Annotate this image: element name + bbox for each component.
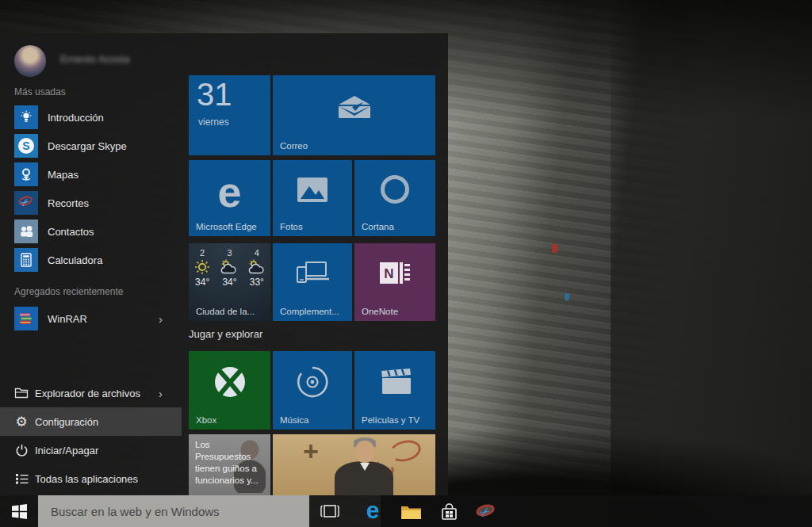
tile-peliculas-tv[interactable]: Películas y TV (354, 351, 435, 430)
tile-noticias-foto[interactable]: + (273, 434, 435, 495)
tile-noticias[interactable]: Los Presupuestos tienen guiños a funcion… (189, 434, 270, 495)
file-explorer-taskbar-button[interactable] (395, 495, 427, 527)
menu-item-label: Mapas (48, 169, 79, 181)
menu-item-descargar-skype[interactable]: S Descargar Skype (0, 132, 181, 160)
person-face (355, 441, 374, 463)
section-recently-added: Agregados recientemente (14, 286, 123, 297)
desktop: Ernesto Acosta Más usadas Introducción (0, 0, 812, 527)
tile-tiempo[interactable]: 2 34° (189, 243, 270, 321)
menu-item-label: WinRAR (48, 313, 87, 325)
section-play-explore: Jugar y explorar (189, 328, 262, 340)
map-cross-mark: + (303, 436, 319, 467)
map-pin-icon (14, 162, 38, 186)
sun-cloud-icon (220, 259, 238, 275)
people-icon (14, 220, 38, 243)
chevron-right-icon[interactable]: › (159, 312, 163, 326)
chevron-right-icon[interactable]: › (159, 387, 163, 400)
devices-icon (273, 243, 352, 304)
start-menu-panel: Ernesto Acosta Más usadas Introducción (0, 33, 448, 495)
tile-calendario[interactable]: 31 viernes (189, 75, 270, 155)
edge-taskbar-button[interactable]: e (357, 495, 389, 527)
cortana-ring-icon (354, 160, 435, 219)
music-disc-icon (273, 351, 352, 412)
search-input[interactable] (38, 495, 309, 527)
taskbar-search[interactable] (38, 495, 309, 527)
sun-icon (194, 259, 210, 275)
store-taskbar-button[interactable] (433, 495, 465, 527)
climber-blue (565, 293, 569, 300)
skype-icon: S (14, 134, 38, 158)
edge-logo-icon: e (189, 160, 270, 219)
tile-complementos[interactable]: Complement... (273, 243, 352, 321)
menu-item-explorador[interactable]: Explorador de archivos › (0, 379, 182, 407)
menu-item-winrar[interactable]: WinRAR › (0, 304, 181, 333)
menu-item-todas-aplicaciones[interactable]: Todas las aplicaciones (0, 464, 182, 493)
tile-xbox[interactable]: Xbox (189, 351, 270, 430)
menu-item-contactos[interactable]: Contactos (0, 217, 181, 246)
task-view-button[interactable] (316, 495, 344, 527)
tile-fotos[interactable]: Fotos (273, 160, 352, 236)
snipping-tool-taskbar-button[interactable]: ✂ (469, 495, 501, 527)
climber-red (552, 244, 557, 253)
photos-icon (273, 160, 352, 219)
svg-text:N: N (384, 266, 393, 281)
start-button[interactable] (0, 495, 38, 527)
tile-correo[interactable]: Correo (273, 75, 435, 155)
menu-item-label: Descargar Skype (48, 140, 127, 152)
tile-musica[interactable]: Música (273, 351, 352, 430)
edge-icon: e (366, 498, 380, 525)
calculator-icon (14, 248, 38, 272)
snipping-tool-icon: ✂ (473, 502, 497, 521)
news-headline: Los Presupuestos tienen guiños a funcion… (195, 439, 266, 487)
tile-onenote[interactable]: N OneNote (354, 243, 435, 321)
task-view-icon (320, 504, 340, 518)
tile-microsoft-edge[interactable]: e Microsoft Edge (189, 160, 270, 236)
onenote-icon: N (354, 243, 435, 304)
all-apps-icon (14, 472, 29, 486)
menu-item-label: Configuración (35, 416, 98, 428)
calendar-day: 31 (197, 77, 232, 113)
store-bag-icon (440, 502, 458, 521)
menu-item-configuracion[interactable]: ⚙ Configuración (0, 407, 182, 436)
xbox-icon (189, 351, 270, 412)
tile-cortana[interactable]: Cortana (354, 160, 435, 236)
windows-logo-icon (12, 504, 27, 519)
menu-item-label: Recortes (48, 197, 89, 209)
menu-item-label: Introducción (48, 112, 104, 124)
menu-item-recortes[interactable]: ✂ Recortes (0, 189, 181, 217)
lightbulb-icon (14, 105, 38, 129)
menu-item-label: Iniciar/Apagar (35, 445, 98, 456)
power-icon (14, 443, 29, 457)
folder-icon (400, 503, 422, 520)
menu-item-label: Todas las aplicaciones (35, 473, 138, 485)
sun-cloud-icon (248, 259, 266, 275)
taskbar: e (0, 495, 812, 527)
winrar-icon (14, 307, 38, 330)
menu-item-label: Contactos (48, 226, 94, 238)
menu-item-calculadora[interactable]: Calculadora (0, 246, 181, 274)
menu-item-introduccion[interactable]: Introducción (0, 103, 181, 132)
menu-item-label: Explorador de archivos (35, 388, 140, 399)
menu-item-iniciar-apagar[interactable]: Iniciar/Apagar (0, 436, 182, 464)
file-explorer-icon (14, 386, 29, 400)
calendar-weekday: viernes (198, 116, 229, 128)
map-red-mark (387, 437, 423, 465)
menu-item-mapas[interactable]: Mapas (0, 160, 181, 189)
mail-icon (273, 75, 435, 138)
clapperboard-icon (354, 351, 435, 412)
weather-forecast: 2 34° (189, 248, 270, 288)
gear-icon: ⚙ (14, 414, 29, 429)
user-avatar[interactable] (14, 45, 46, 77)
user-name: Ernesto Acosta (60, 53, 129, 65)
menu-item-label: Calculadora (48, 254, 102, 266)
snipping-tool-icon: ✂ (14, 191, 38, 215)
section-most-used: Más usadas (14, 86, 66, 97)
